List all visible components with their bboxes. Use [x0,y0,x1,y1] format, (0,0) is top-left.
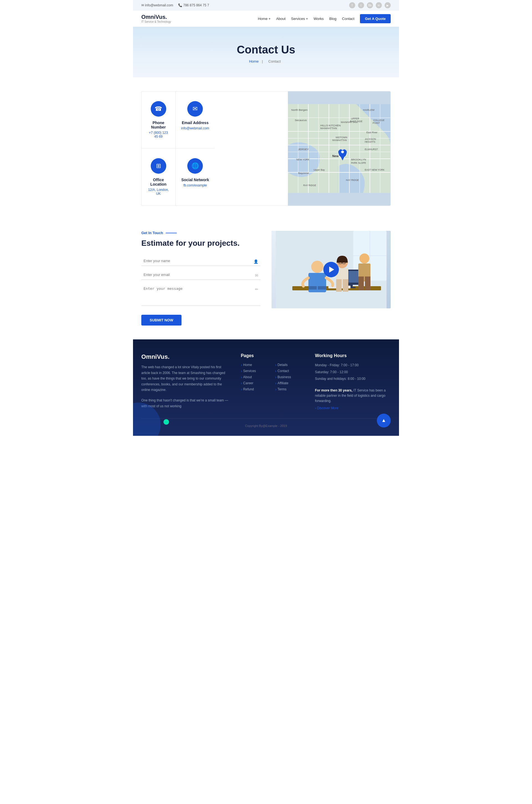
svg-point-56 [311,261,323,273]
breadcrumb-separator: | [262,59,263,63]
logo-subtitle: IT Service & Technology [141,20,171,23]
social-card-title: Social Network [181,177,209,182]
svg-text:North Bergen: North Bergen [291,108,308,111]
footer-link-details[interactable]: Details [275,363,304,367]
logo-name: OmniVus. [141,14,171,20]
footer-link-business[interactable]: Business [275,375,304,379]
facebook-icon[interactable]: f [349,2,355,8]
email-input[interactable] [141,270,261,280]
svg-text:EAST SIDE: EAST SIDE [350,120,363,123]
scroll-top-button[interactable]: ▲ [377,414,391,427]
phone-card-value: +7 (800) 123 45 69 [147,131,170,138]
footer-pages-links: Home Details Services Contact About Busi… [241,363,304,391]
svg-text:HAY RIDGE: HAY RIDGE [346,179,359,181]
svg-rect-62 [358,276,364,290]
email-icon: ✉ [187,101,203,117]
play-button[interactable] [323,262,339,277]
footer-desc-2: One thing that hasn't changed is that we… [141,398,230,409]
footer-link-career[interactable]: Career [241,381,270,385]
nav-links: Home + About Services + Works Blog Conta… [258,14,391,23]
main-navigation: OmniVus. IT Service & Technology Home + … [133,11,399,27]
svg-text:BROOKLYN: BROOKLYN [351,158,366,161]
svg-point-60 [359,253,369,264]
svg-text:Secaucus: Secaucus [295,119,307,122]
footer-about: OmniVus. The web has changed a lot since… [141,353,230,410]
copyright-text: Copyright By@Example - 2019 [245,424,287,427]
location-card-value: 12/A, London, UK [147,188,170,196]
estimate-right [271,231,391,308]
mail-icon: ✉ [255,273,258,277]
footer-link-terms[interactable]: Terms [275,387,304,391]
nav-services[interactable]: Services + [291,17,308,21]
twitter-icon[interactable]: t [358,2,364,8]
footer-pages-title: Pages [241,353,304,358]
svg-rect-58 [308,286,317,289]
submit-button[interactable]: Submit Now [141,315,182,326]
message-field-group: ✏ [141,284,261,307]
contact-grid: ☎ Phone Number +7 (800) 123 45 69 ✉ Emai… [141,91,391,206]
footer: OmniVus. The web has changed a lot since… [133,339,399,436]
footer-circle-small [164,419,169,425]
breadcrumb-home[interactable]: Home [249,59,259,63]
location-icon: ⊞ [151,158,166,174]
get-quote-button[interactable]: Get A Quote [360,14,391,23]
svg-text:East River: East River [366,131,378,134]
map-svg: MANHATTAN UPPER EAST SIDE HILLS KITCHEN … [288,92,391,206]
hero-section: Contact Us Home | Contact [133,27,399,77]
discover-more-link[interactable]: › Discover More [315,406,391,410]
footer-desc-1: The web has changed a lot since Vitaly p… [141,364,230,393]
footer-bottom: Copyright By@Example - 2019 [141,418,391,427]
svg-rect-59 [318,286,326,289]
footer-pages-col: Pages Home Details Services Contact Abou… [241,353,304,410]
svg-text:Bayonne: Bayonne [298,172,309,175]
email-card: ✉ Email Address info@webmail.com [176,92,215,149]
map-container[interactable]: MANHATTAN UPPER EAST SIDE HILLS KITCHEN … [288,92,391,206]
phone-card: ☎ Phone Number +7 (800) 123 45 69 [141,92,176,149]
behance-icon[interactable]: Bb [367,2,373,8]
footer-link-home[interactable]: Home [241,363,270,367]
footer-link-contact[interactable]: Contact [275,369,304,373]
svg-text:HARLEM: HARLEM [363,108,374,111]
contact-cards: ☎ Phone Number +7 (800) 123 45 69 ✉ Emai… [141,92,215,206]
footer-logo: OmniVus. [141,353,230,360]
estimate-title: Estimate for your projects. [141,238,261,248]
svg-text:MANHATTAN: MANHATTAN [332,139,347,141]
email-field-group: ✉ [141,270,261,280]
social-card-value: fb.com/example [181,184,209,187]
breadcrumb-current: Contact [268,59,281,63]
svg-text:COLLEGE: COLLEGE [373,119,385,122]
breadcrumb: Home | Contact [141,59,391,63]
social-icon: 🌐 [187,158,203,174]
phone-icon: ☎ [151,101,166,117]
svg-text:NEW YORK: NEW YORK [297,158,309,161]
svg-text:PARK SLOPE: PARK SLOPE [351,161,366,164]
top-bar-contact: ✉ info@webmail.com 📞 786 875 864 75 7 [141,3,209,7]
social-links[interactable]: f t Bb in ▶ [349,2,391,8]
svg-text:UPPER: UPPER [351,117,359,120]
svg-text:MIDTOWN: MIDTOWN [336,136,347,139]
svg-rect-63 [365,276,370,290]
video-thumbnail[interactable] [271,231,391,308]
footer-link-refund[interactable]: Refund [241,387,270,391]
svg-text:JERSEY: JERSEY [298,148,309,151]
footer-link-services[interactable]: Services [241,369,270,373]
phone-info: 📞 786 875 864 75 7 [178,3,209,7]
phone-card-title: Phone Number [147,120,170,129]
message-input[interactable] [141,284,261,306]
footer-link-affiliate[interactable]: Affiliate [275,381,304,385]
nav-works[interactable]: Works [314,17,324,21]
name-input[interactable] [141,256,261,266]
footer-link-about[interactable]: About [241,375,270,379]
svg-text:POINT: POINT [373,122,380,125]
person-icon: 👤 [253,259,258,264]
working-line-1: Monday - Friday: 7:00 - 17:00 [315,363,391,368]
nav-contact[interactable]: Contact [342,17,355,21]
youtube-icon[interactable]: ▶ [385,2,391,8]
logo: OmniVus. IT Service & Technology [141,14,171,23]
nav-home[interactable]: Home + [258,17,271,21]
linkedin-icon[interactable]: in [376,2,382,8]
svg-text:RAY RIDGE: RAY RIDGE [303,184,317,187]
top-bar: ✉ info@webmail.com 📞 786 875 864 75 7 f … [133,0,399,11]
nav-about[interactable]: About [276,17,286,21]
nav-blog[interactable]: Blog [329,17,336,21]
